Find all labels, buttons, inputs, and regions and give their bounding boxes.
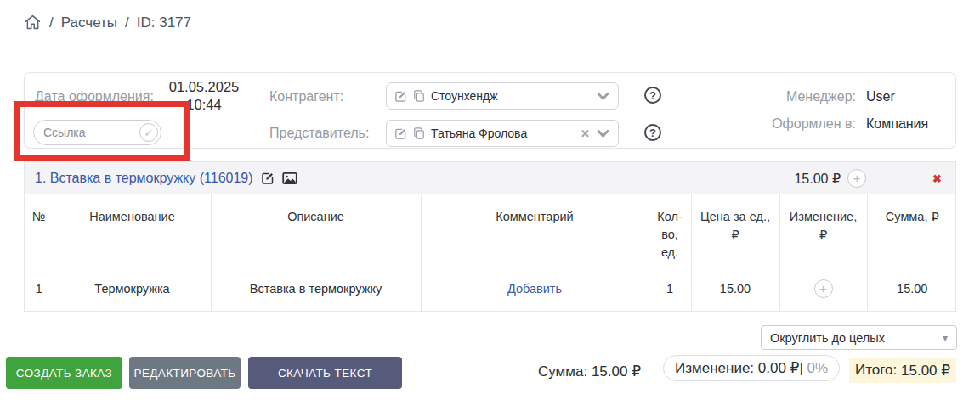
sum-value: 15.00 ₽ <box>592 363 641 380</box>
cell-name: Термокружка <box>54 267 211 311</box>
representative-label: Представитель: <box>269 126 369 141</box>
plus-circle-icon[interactable]: + <box>847 169 866 188</box>
cell-qty: 1 <box>649 267 691 311</box>
image-icon[interactable] <box>282 172 297 185</box>
col-num: № <box>25 194 54 267</box>
edit-button[interactable]: РЕДАКТИРОВАТЬ <box>129 357 241 389</box>
link-field-wrap: ✓ <box>33 120 161 145</box>
edit-icon[interactable] <box>394 90 407 103</box>
breadcrumb-section[interactable]: Расчеты <box>61 14 117 31</box>
clear-icon[interactable]: ✕ <box>581 127 590 140</box>
breadcrumb-separator: / <box>49 14 54 31</box>
breadcrumb-record-id: ID: 3177 <box>137 14 191 31</box>
date-value-date: 01.05.2025 <box>154 78 254 96</box>
date-value-time: 10:44 <box>154 96 254 114</box>
col-comment: Комментарий <box>421 194 649 267</box>
copy-icon[interactable] <box>413 90 425 102</box>
col-qty: Кол-во, ед. <box>649 194 691 267</box>
help-icon[interactable]: ? <box>644 87 661 104</box>
contragent-value: Стоунхендж <box>431 89 498 103</box>
chevron-down-icon[interactable] <box>597 92 609 101</box>
date-label: Дата оформления: <box>35 89 154 104</box>
change-label: Изменение: <box>675 360 754 377</box>
total-value: 15.00 ₽ <box>901 362 950 380</box>
sum-label: Сумма: <box>538 363 587 380</box>
breadcrumb-separator: / <box>125 14 129 31</box>
order-form-panel: Дата оформления: 01.05.2025 10:44 ✓ Конт… <box>24 72 956 149</box>
item-price: 15.00 ₽ <box>794 171 841 187</box>
copy-icon[interactable] <box>413 127 425 139</box>
download-text-button[interactable]: СКАЧАТЬ ТЕКСТ <box>248 357 402 389</box>
representative-value: Татьяна Фролова <box>431 127 527 140</box>
cell-unit-price: 15.00 <box>691 267 779 311</box>
contragent-label: Контрагент: <box>269 89 343 104</box>
caret-down-icon: ▾ <box>943 332 948 344</box>
manager-row: Менеджер: User <box>754 89 980 104</box>
item-section: 1. Вставка в термокружку (116019) 15.00 … <box>24 161 956 312</box>
help-icon[interactable]: ? <box>644 124 661 141</box>
create-order-button[interactable]: СОЗДАТЬ ЗАКАЗ <box>6 357 122 389</box>
col-unit-price: Цена за ед., ₽ <box>691 194 779 267</box>
manager-label: Менеджер: <box>754 89 856 104</box>
add-comment-link[interactable]: Добавить <box>507 282 562 296</box>
grand-total-badge: Итого: 15.00 ₽ <box>849 358 956 383</box>
plus-circle-icon[interactable]: + <box>814 279 833 298</box>
edit-icon[interactable] <box>261 172 275 185</box>
check-circle-icon[interactable]: ✓ <box>139 123 158 142</box>
change-percent: 0% <box>807 360 829 377</box>
items-table: № Наименование Описание Комментарий Кол-… <box>25 194 957 312</box>
col-name: Наименование <box>54 194 211 267</box>
cell-change: + <box>779 267 867 311</box>
home-icon[interactable] <box>24 14 42 31</box>
date-value: 01.05.2025 10:44 <box>154 78 254 114</box>
table-row: 1 Термокружка Вставка в термокружку Доба… <box>25 267 957 311</box>
table-header-row: № Наименование Описание Комментарий Кол-… <box>25 194 957 267</box>
cell-sum: 15.00 <box>867 267 957 311</box>
representative-select[interactable]: Татьяна Фролова ✕ <box>386 120 619 147</box>
cell-num: 1 <box>25 267 54 311</box>
change-value: 0.00 ₽ <box>758 359 800 377</box>
breadcrumb: / Расчеты / ID: 3177 <box>24 14 191 31</box>
contragent-select[interactable]: Стоунхендж <box>386 82 619 110</box>
col-change: Изменение, ₽ <box>779 194 867 267</box>
sum-total: Сумма: 15.00 ₽ <box>538 363 641 380</box>
edit-icon[interactable] <box>394 127 407 140</box>
change-badge: Изменение: 0.00 ₽| 0% <box>663 355 840 381</box>
rounding-value: Округлить до целых <box>770 331 885 345</box>
item-title-link[interactable]: 1. Вставка в термокружку (116019) <box>35 171 253 186</box>
chevron-down-icon[interactable] <box>597 129 609 138</box>
col-description: Описание <box>211 194 421 267</box>
issued-value: Компания <box>866 116 928 132</box>
item-header: 1. Вставка в термокружку (116019) 15.00 … <box>25 162 955 194</box>
delete-item-icon[interactable]: ✖ <box>932 172 942 185</box>
issued-label: Оформлен в: <box>754 116 856 132</box>
cell-description: Вставка в термокружку <box>211 267 421 311</box>
total-label: Итого: <box>855 362 897 379</box>
col-sum: Сумма, ₽ <box>867 194 957 267</box>
issued-row: Оформлен в: Компания <box>754 116 980 132</box>
manager-value: User <box>866 89 895 104</box>
rounding-select[interactable]: Округлить до целых ▾ <box>761 325 957 350</box>
